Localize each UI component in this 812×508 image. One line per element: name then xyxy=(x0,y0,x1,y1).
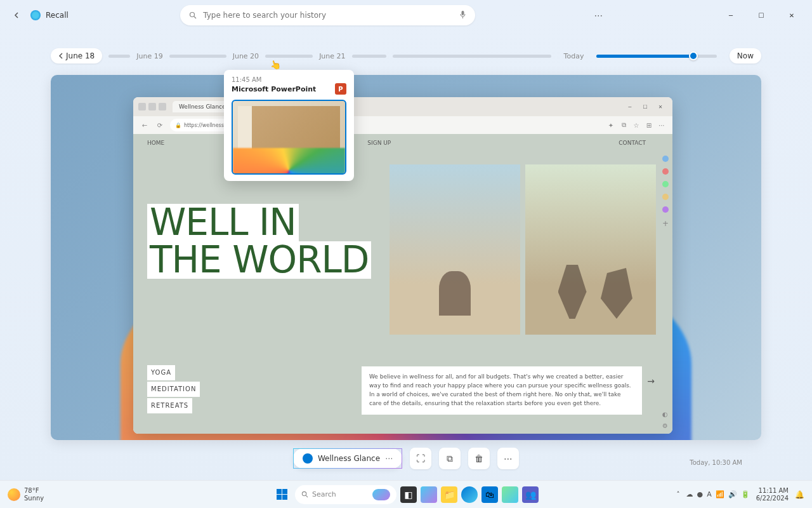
timeline-progress[interactable] xyxy=(596,55,716,58)
browser-back-icon[interactable]: ← xyxy=(140,120,150,130)
timeline-segment[interactable] xyxy=(169,55,226,58)
browser-maximize[interactable]: ☐ xyxy=(638,101,652,112)
hero-line1: WELL IN xyxy=(147,204,299,241)
svg-rect-2 xyxy=(462,11,464,15)
browser-close[interactable]: ✕ xyxy=(653,101,667,112)
maximize-button[interactable]: ☐ xyxy=(749,6,774,24)
store-icon[interactable]: 🛍 xyxy=(481,486,498,503)
page-blurb: We believe in wellness for all, and for … xyxy=(362,366,642,415)
sidebar-add-icon[interactable]: + xyxy=(662,219,669,225)
tray-wifi-icon[interactable]: 📶 xyxy=(716,490,724,498)
tray-battery-icon[interactable]: 🔋 xyxy=(741,490,750,498)
chip-more-icon[interactable]: ⋯ xyxy=(385,454,393,463)
addr-ext-icon[interactable]: ✦ xyxy=(606,121,615,130)
copilot-icon[interactable] xyxy=(421,486,437,503)
browser-refresh-icon[interactable]: ⟳ xyxy=(155,120,165,130)
browser-window: Wellness Glance × ─ ☐ ✕ ← ⟳ 🔒 https://we… xyxy=(133,97,672,434)
timeline-tooltip: 11:45 AM Microsoft PowerPoint P xyxy=(224,70,354,181)
progress-handle[interactable] xyxy=(689,51,698,60)
hero-photos xyxy=(390,164,656,335)
copy-button[interactable]: ⧉ xyxy=(439,448,461,469)
addr-more-icon[interactable]: ⋯ xyxy=(657,121,666,130)
sidebar-icon[interactable] xyxy=(662,181,669,187)
actions-more-button[interactable]: ⋯ xyxy=(497,448,519,469)
timeline-date-current[interactable]: June 18 xyxy=(51,48,102,64)
chip-label: Wellness Glance xyxy=(318,454,380,463)
hero-line2: THE WORLD xyxy=(147,241,371,279)
powerpoint-icon: P xyxy=(335,83,346,95)
weather-condition: Sunny xyxy=(24,495,44,502)
search-input[interactable] xyxy=(203,11,453,20)
photo-yoga-stretch xyxy=(525,164,656,335)
sidebar-icon[interactable] xyxy=(662,194,669,200)
search-icon xyxy=(189,10,197,22)
minimize-button[interactable]: ─ xyxy=(718,6,743,24)
browser-tab-icons xyxy=(138,103,166,110)
sun-icon xyxy=(8,488,20,501)
tab-title: Wellness Glance xyxy=(179,104,226,110)
mic-icon[interactable] xyxy=(459,10,466,22)
teams-icon[interactable]: 👥 xyxy=(522,486,539,503)
browser-minimize[interactable]: ─ xyxy=(623,101,637,112)
snapshot-timestamp: Today, 10:30 AM xyxy=(690,459,742,466)
timeline-segment[interactable] xyxy=(393,55,551,58)
svg-line-1 xyxy=(194,17,196,18)
svg-line-5 xyxy=(306,495,308,497)
taskbar-search-label: Search xyxy=(312,490,336,498)
explorer-icon[interactable]: 📁 xyxy=(441,486,457,503)
crop-button[interactable]: ⛶ xyxy=(410,448,431,469)
tooltip-app-name: Microsoft PowerPoint xyxy=(232,85,316,93)
sidebar-settings-icon[interactable]: ⚙ xyxy=(662,422,670,430)
link-retreats[interactable]: RETREATS xyxy=(147,398,192,413)
search-icon xyxy=(301,491,308,498)
app-title: Recall xyxy=(46,11,69,20)
link-yoga[interactable]: YOGA xyxy=(147,365,175,380)
addr-split-icon[interactable]: ⧉ xyxy=(619,121,628,130)
timeline-segment[interactable] xyxy=(108,55,130,58)
addr-collections-icon[interactable]: ⊞ xyxy=(645,121,653,130)
nav-home[interactable]: HOME xyxy=(147,140,164,146)
now-button[interactable]: Now xyxy=(730,48,761,64)
source-chip[interactable]: Wellness Glance ⋯ xyxy=(293,448,402,469)
back-button[interactable] xyxy=(8,6,25,24)
addr-fav-icon[interactable]: ☆ xyxy=(632,121,641,130)
photo-yoga-meditation xyxy=(390,164,520,335)
edge-taskbar-icon[interactable] xyxy=(461,486,478,503)
header-more-button[interactable]: ⋯ xyxy=(591,8,606,23)
link-meditation[interactable]: MEDITATION xyxy=(147,382,200,397)
tray-onedrive-icon[interactable]: ☁ xyxy=(686,490,693,498)
weather-widget[interactable]: 78°F Sunny xyxy=(8,487,44,502)
start-button[interactable] xyxy=(273,486,291,504)
next-arrow-icon[interactable]: → xyxy=(647,376,655,386)
webpage-content: HOME SIGN UP CONTACT WELL IN THE WORLD Y… xyxy=(133,134,672,434)
cursor-hand-icon: 👆 xyxy=(268,58,282,71)
taskview-icon[interactable]: ◧ xyxy=(400,486,417,503)
tray-volume-icon[interactable]: 🔊 xyxy=(728,490,737,498)
timeline-segment[interactable] xyxy=(352,55,386,58)
snapshot-preview: Wellness Glance × ─ ☐ ✕ ← ⟳ 🔒 https://we… xyxy=(51,75,761,440)
tray-language-icon[interactable]: A xyxy=(707,490,712,498)
lock-icon: 🔒 xyxy=(175,123,181,128)
sidebar-icon[interactable] xyxy=(662,206,669,213)
sidebar-icon[interactable] xyxy=(662,168,669,175)
tooltip-preview[interactable] xyxy=(232,100,346,175)
tray-status-icon[interactable]: ● xyxy=(697,490,704,498)
category-links: YOGA MEDITATION RETREATS xyxy=(147,365,200,415)
timeline-today-label: Today xyxy=(564,52,584,60)
clock-date: 6/22/2024 xyxy=(756,495,789,502)
taskbar-search[interactable]: Search xyxy=(295,485,396,504)
taskbar-clock[interactable]: 11:11 AM 6/22/2024 xyxy=(756,487,789,502)
sidebar-contrast-icon[interactable]: ◐ xyxy=(662,411,670,418)
nav-contact[interactable]: CONTACT xyxy=(619,140,646,146)
nav-signup[interactable]: SIGN UP xyxy=(367,140,391,146)
edge-icon xyxy=(303,453,313,464)
notifications-icon[interactable]: 🔔 xyxy=(795,490,804,499)
delete-button[interactable]: 🗑 xyxy=(468,448,490,469)
recall-taskbar-icon[interactable] xyxy=(502,486,518,503)
search-box[interactable] xyxy=(180,5,475,25)
close-button[interactable]: ✕ xyxy=(779,6,804,24)
sidebar-icon[interactable] xyxy=(662,156,669,162)
hero-title: WELL IN THE WORLD xyxy=(147,204,371,279)
tray-chevron-icon[interactable]: ˄ xyxy=(677,491,680,498)
timeline-segment[interactable] xyxy=(265,55,313,58)
